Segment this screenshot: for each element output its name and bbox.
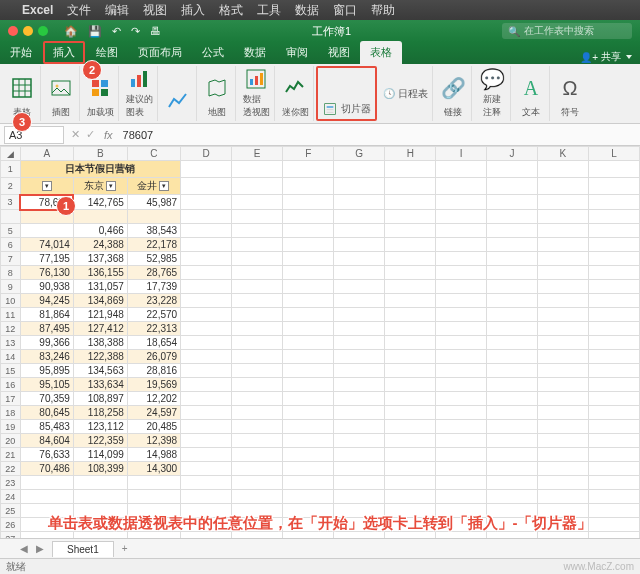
cell[interactable] [537, 434, 588, 448]
cell[interactable] [283, 238, 334, 252]
cell[interactable] [537, 392, 588, 406]
cell[interactable] [436, 336, 487, 350]
cell[interactable] [537, 238, 588, 252]
cell[interactable]: 142,765 [73, 195, 127, 210]
cell[interactable] [283, 308, 334, 322]
cell[interactable] [181, 490, 232, 504]
cell[interactable] [588, 420, 639, 434]
cell[interactable]: 84,604 [20, 434, 73, 448]
cell[interactable]: 137,368 [73, 252, 127, 266]
menu-edit[interactable]: 编辑 [105, 2, 129, 19]
cell[interactable] [436, 294, 487, 308]
cell[interactable] [385, 490, 436, 504]
cell[interactable] [436, 490, 487, 504]
cell[interactable] [487, 224, 538, 238]
search-box[interactable]: 🔍 在工作表中搜索 [502, 23, 632, 39]
cell[interactable] [487, 392, 538, 406]
cell[interactable] [436, 224, 487, 238]
cell[interactable]: 87,495 [20, 322, 73, 336]
cell[interactable] [232, 280, 283, 294]
cell[interactable]: 70,486 [20, 462, 73, 476]
ribbon-comment[interactable]: 💬新建 注释 [474, 66, 511, 121]
cell[interactable]: 22,313 [127, 322, 180, 336]
cell[interactable] [334, 161, 385, 178]
cell[interactable] [487, 294, 538, 308]
cell[interactable]: 74,014 [20, 238, 73, 252]
cell[interactable] [385, 476, 436, 490]
cell[interactable] [232, 434, 283, 448]
cell[interactable] [385, 238, 436, 252]
cell[interactable] [334, 476, 385, 490]
cell[interactable]: 95,105 [20, 378, 73, 392]
cell[interactable] [588, 476, 639, 490]
ribbon-illustrations[interactable]: 插图 [43, 66, 80, 121]
ribbon-timeline[interactable]: 🕓日程表 [379, 66, 433, 121]
cell[interactable] [181, 252, 232, 266]
cell[interactable] [334, 406, 385, 420]
cell[interactable] [181, 238, 232, 252]
cell[interactable] [537, 252, 588, 266]
cell[interactable] [487, 476, 538, 490]
cell[interactable] [487, 350, 538, 364]
cell[interactable] [283, 420, 334, 434]
col-header[interactable]: B [73, 147, 127, 161]
cell[interactable] [588, 322, 639, 336]
cell[interactable] [588, 280, 639, 294]
add-sheet-button[interactable]: + [114, 541, 136, 556]
cell[interactable] [537, 224, 588, 238]
cell[interactable] [537, 322, 588, 336]
cell[interactable]: 19,569 [127, 378, 180, 392]
cell[interactable] [232, 378, 283, 392]
col-header[interactable]: A [20, 147, 73, 161]
cell[interactable]: 80,645 [20, 406, 73, 420]
cell[interactable] [232, 490, 283, 504]
cell[interactable] [537, 364, 588, 378]
cell[interactable] [334, 252, 385, 266]
cell[interactable] [537, 378, 588, 392]
cell[interactable] [283, 280, 334, 294]
cell[interactable] [181, 224, 232, 238]
cell[interactable]: 114,099 [73, 448, 127, 462]
name-box[interactable]: A3 [4, 126, 64, 144]
cell[interactable] [283, 448, 334, 462]
col-header[interactable]: E [232, 147, 283, 161]
cell[interactable] [385, 195, 436, 210]
cell[interactable] [181, 476, 232, 490]
cell[interactable] [232, 392, 283, 406]
cell[interactable] [487, 178, 538, 195]
cell[interactable] [385, 252, 436, 266]
table-title[interactable]: 日本节假日营销 [20, 161, 181, 178]
cell[interactable] [20, 490, 73, 504]
filter-icon[interactable]: ▾ [106, 181, 116, 191]
cell[interactable] [385, 266, 436, 280]
cell[interactable] [181, 308, 232, 322]
tab-home[interactable]: 开始 [0, 41, 42, 64]
cell[interactable] [181, 364, 232, 378]
cell[interactable] [283, 178, 334, 195]
cell[interactable] [232, 322, 283, 336]
cell[interactable] [283, 336, 334, 350]
cell[interactable] [283, 406, 334, 420]
cell[interactable] [487, 266, 538, 280]
cell[interactable] [181, 210, 232, 224]
cell[interactable] [232, 266, 283, 280]
cell[interactable] [436, 266, 487, 280]
cell[interactable] [334, 308, 385, 322]
cell[interactable] [588, 350, 639, 364]
cell[interactable] [283, 161, 334, 178]
cell[interactable] [283, 378, 334, 392]
ribbon-map[interactable]: 地图 [199, 66, 236, 121]
cell[interactable] [334, 210, 385, 224]
sheet-nav-next[interactable]: ▶ [36, 543, 44, 554]
filter-header[interactable]: 东京▾ [73, 178, 127, 195]
menu-tools[interactable]: 工具 [257, 2, 281, 19]
cell[interactable] [436, 378, 487, 392]
cell[interactable] [385, 350, 436, 364]
cell[interactable] [487, 308, 538, 322]
cell[interactable]: 77,195 [20, 252, 73, 266]
filter-header[interactable]: ▾ [20, 178, 73, 195]
cell[interactable] [436, 364, 487, 378]
cell[interactable] [385, 406, 436, 420]
ribbon-sparkline[interactable]: 迷你图 [277, 66, 314, 121]
cell[interactable] [436, 448, 487, 462]
